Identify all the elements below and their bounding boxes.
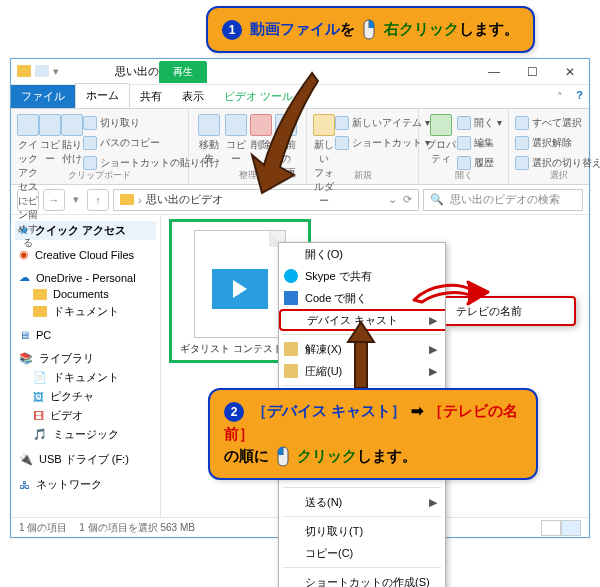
callout2-number: 2 bbox=[224, 402, 244, 422]
contextual-tab-play[interactable]: 再生 bbox=[159, 61, 207, 83]
sidebar-item-usb[interactable]: 🔌USB ドライブ (F:) bbox=[15, 450, 156, 469]
shortcut-icon bbox=[335, 136, 349, 150]
select-all-icon bbox=[515, 116, 529, 130]
vscode-icon bbox=[284, 291, 298, 305]
open-icon bbox=[457, 116, 471, 130]
maximize-button[interactable]: ☐ bbox=[513, 59, 551, 85]
callout-step1: 1 動画ファイルを 右クリックします。 bbox=[206, 6, 535, 53]
open-button[interactable]: 開く ▾ bbox=[457, 114, 502, 132]
folder-icon bbox=[33, 306, 47, 317]
mouse-icon bbox=[361, 19, 377, 41]
guide-arrow-icon bbox=[234, 67, 324, 197]
new-item-icon bbox=[335, 116, 349, 130]
qat-item[interactable] bbox=[35, 65, 49, 77]
folder-icon bbox=[17, 65, 31, 77]
menu-separator bbox=[283, 487, 441, 488]
menu-separator bbox=[283, 567, 441, 568]
sidebar-item-lib-pictures[interactable]: 🖼ピクチャ bbox=[15, 387, 156, 406]
sidebar-item-network[interactable]: 🖧ネットワーク bbox=[15, 475, 156, 494]
sidebar-item-documents[interactable]: Documents bbox=[15, 286, 156, 302]
sidebar-item-lib-videos[interactable]: 🎞ビデオ bbox=[15, 406, 156, 425]
invert-icon bbox=[515, 156, 529, 170]
menu-separator bbox=[283, 516, 441, 517]
music-icon: 🎵 bbox=[33, 428, 47, 441]
ctx-copy[interactable]: コピー(C) bbox=[279, 542, 445, 564]
help-icon[interactable]: ? bbox=[576, 89, 583, 101]
submenu-arrow-icon: ▶ bbox=[429, 496, 437, 509]
cut-icon bbox=[83, 116, 97, 130]
view-details-button[interactable] bbox=[541, 520, 561, 536]
properties-button[interactable]: プロパティ bbox=[425, 111, 457, 172]
ctx-create-shortcut[interactable]: ショートカットの作成(S) bbox=[279, 571, 445, 587]
edit-icon bbox=[457, 136, 471, 150]
status-item-count: 1 個の項目 bbox=[19, 521, 67, 535]
callout1-number: 1 bbox=[222, 20, 242, 40]
submenu-arrow-icon: ▶ bbox=[429, 343, 437, 356]
paste-shortcut-icon bbox=[83, 156, 97, 170]
play-overlay-icon bbox=[212, 269, 268, 309]
search-icon: 🔍 bbox=[430, 193, 444, 206]
copy-path-icon bbox=[83, 136, 97, 150]
properties-icon bbox=[430, 114, 452, 136]
guide-arrow-icon bbox=[410, 280, 490, 306]
submenu-arrow-icon: ▶ bbox=[429, 314, 437, 327]
nav-pane[interactable]: ★クイック アクセス ◉Creative Cloud Files ☁OneDri… bbox=[11, 215, 161, 517]
sidebar-item-documents-jp[interactable]: ドキュメント bbox=[15, 302, 156, 321]
select-none-icon bbox=[515, 136, 529, 150]
group-label: 選択 bbox=[509, 169, 600, 182]
folder-icon bbox=[33, 289, 47, 300]
sidebar-item-onedrive[interactable]: ☁OneDrive - Personal bbox=[15, 269, 156, 286]
status-selection: 1 個の項目を選択 563 MB bbox=[79, 521, 195, 535]
cloud-icon: ☁ bbox=[19, 271, 30, 284]
search-box[interactable]: 🔍 思い出のビデオの検索 bbox=[423, 189, 583, 211]
file-thumbnail bbox=[194, 230, 286, 338]
archive-icon bbox=[284, 342, 298, 356]
ctx-open[interactable]: 開く(O) bbox=[279, 243, 445, 265]
group-label: クリップボード bbox=[11, 169, 188, 182]
paste-icon bbox=[61, 114, 83, 136]
qat-dropdown[interactable]: ▾ bbox=[53, 65, 59, 78]
sidebar-item-lib-music[interactable]: 🎵ミュージック bbox=[15, 425, 156, 444]
minimize-button[interactable]: — bbox=[475, 59, 513, 85]
sidebar-item-libraries[interactable]: 📚ライブラリ bbox=[15, 349, 156, 368]
ctx-send-to[interactable]: 送る(N)▶ bbox=[279, 491, 445, 513]
ribbon-group-open: プロパティ 開く ▾ 編集 履歴 開く bbox=[419, 109, 509, 184]
search-placeholder: 思い出のビデオの検索 bbox=[450, 192, 560, 207]
skype-icon bbox=[284, 269, 298, 283]
picture-icon: 🖼 bbox=[33, 391, 44, 403]
callout-step2: 2 ［デバイス キャスト］ ➡ ［テレビの名前］ の順に クリックします。 bbox=[208, 388, 538, 480]
close-button[interactable]: ✕ bbox=[551, 59, 589, 85]
ribbon-group-select: すべて選択 選択解除 選択の切り替え 選択 bbox=[509, 109, 600, 184]
pin-icon bbox=[17, 114, 39, 136]
network-icon: 🖧 bbox=[19, 479, 30, 491]
video-icon: 🎞 bbox=[33, 410, 44, 422]
copy-icon bbox=[39, 114, 61, 136]
collapse-ribbon-icon[interactable]: ˄ bbox=[557, 91, 563, 104]
edit-button[interactable]: 編集 bbox=[457, 134, 502, 152]
ribbon-group-clipboard: クイック アクセス にピン留めする コピー 貼り付け 切り取り パスのコピー シ… bbox=[11, 109, 189, 184]
new-shortcut-button[interactable]: ショートカット ▾ bbox=[335, 134, 430, 152]
library-icon: 📚 bbox=[19, 352, 33, 365]
usb-icon: 🔌 bbox=[19, 453, 33, 466]
sidebar-item-lib-documents[interactable]: 📄ドキュメント bbox=[15, 368, 156, 387]
svg-rect-0 bbox=[355, 342, 367, 388]
new-item-button[interactable]: 新しいアイテム ▾ bbox=[335, 114, 430, 132]
move-icon bbox=[198, 114, 220, 136]
select-none-button[interactable]: 選択解除 bbox=[515, 134, 600, 152]
guide-arrow-icon bbox=[336, 320, 386, 390]
group-label: 開く bbox=[419, 169, 508, 182]
sidebar-item-pc[interactable]: 🖥PC bbox=[15, 327, 156, 343]
tab-view[interactable]: 表示 bbox=[172, 85, 214, 108]
archive-icon bbox=[284, 364, 298, 378]
view-large-icons-button[interactable] bbox=[561, 520, 581, 536]
tab-share[interactable]: 共有 bbox=[130, 85, 172, 108]
ctx-cut[interactable]: 切り取り(T) bbox=[279, 520, 445, 542]
tab-file[interactable]: ファイル bbox=[11, 85, 75, 108]
pc-icon: 🖥 bbox=[19, 329, 30, 341]
tab-home[interactable]: ホーム bbox=[75, 83, 130, 108]
submenu-arrow-icon: ▶ bbox=[429, 365, 437, 378]
history-icon bbox=[457, 156, 471, 170]
document-icon: 📄 bbox=[33, 371, 47, 384]
mouse-icon bbox=[275, 446, 291, 468]
select-all-button[interactable]: すべて選択 bbox=[515, 114, 600, 132]
